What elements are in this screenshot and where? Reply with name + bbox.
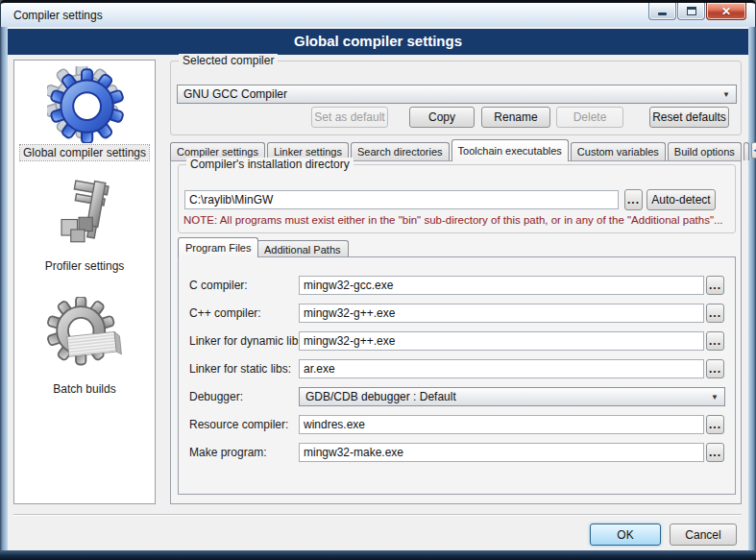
maximize-button[interactable] — [677, 3, 705, 20]
debugger-select[interactable]: GDB/CDB debugger : Default▼ — [299, 387, 725, 406]
window-border — [748, 27, 756, 560]
titlebar[interactable]: Compiler settings ✕ — [0, 0, 756, 27]
copy-button[interactable]: Copy — [409, 107, 475, 128]
field-label: C++ compiler: — [189, 306, 261, 320]
install-dir-input[interactable] — [184, 190, 619, 209]
arrow-left-icon: ◄ — [752, 146, 756, 155]
gear-blue-icon[interactable] — [47, 66, 124, 147]
dynamic-linker-input[interactable] — [299, 331, 704, 351]
rename-button[interactable]: Rename — [481, 107, 550, 128]
sidebar-item-profiler-settings[interactable]: Profiler settings — [14, 258, 155, 274]
resource-compiler-browse-button[interactable]: ... — [706, 415, 724, 434]
caliper-icon[interactable] — [50, 178, 122, 254]
sidebar: Global compiler settings P — [13, 60, 156, 504]
subtab-additional-paths[interactable]: Additional Paths — [256, 240, 349, 257]
c-compiler-browse-button[interactable]: ... — [706, 276, 724, 295]
group-label: Selected compiler — [179, 54, 278, 67]
bin-note-text: NOTE: All programs must exist either in … — [183, 214, 723, 226]
chevron-down-icon: ▼ — [722, 90, 730, 99]
ok-button[interactable]: OK — [590, 523, 661, 546]
field-label: C compiler: — [189, 279, 248, 292]
tab-toolchain-executables[interactable]: Toolchain executables — [451, 139, 569, 161]
sidebar-item-global-compiler-settings[interactable]: Global compiler settings — [14, 145, 155, 160]
page-title: Global compiler settings — [8, 29, 748, 55]
c-compiler-input[interactable] — [299, 276, 704, 295]
sidebar-item-batch-builds[interactable]: Batch builds — [14, 381, 155, 397]
static-linker-input[interactable] — [299, 359, 704, 378]
close-icon: ✕ — [721, 5, 731, 18]
install-dir-browse-button[interactable]: ... — [624, 189, 643, 210]
tab-search-directories[interactable]: Search directories — [351, 142, 450, 160]
reset-defaults-button[interactable]: Reset defaults — [649, 107, 729, 128]
compiler-settings-window: Compiler settings ✕ Global compiler sett… — [0, 0, 756, 560]
make-program-browse-button[interactable]: ... — [706, 443, 724, 462]
tab-overflow[interactable] — [744, 142, 749, 160]
cancel-button[interactable]: Cancel — [670, 523, 737, 546]
gear-papers-icon[interactable] — [47, 297, 124, 377]
window-controls: ✕ — [647, 3, 746, 20]
footer-divider — [13, 514, 742, 516]
set-as-default-button: Set as default — [311, 107, 388, 128]
group-label: Compiler's installation directory — [186, 158, 354, 171]
dynamic-linker-browse-button[interactable]: ... — [706, 331, 724, 351]
window-title: Compiler settings — [13, 9, 103, 22]
field-label: Debugger: — [189, 390, 243, 403]
window-border — [0, 550, 756, 560]
dialog-body: Global compiler settings Global compiler… — [8, 27, 748, 550]
auto-detect-button[interactable]: Auto-detect — [646, 189, 716, 210]
selected-compiler-group: Selected compiler GNU GCC Compiler▼ Set … — [170, 61, 742, 135]
minimize-icon — [658, 12, 667, 15]
field-label: Linker for dynamic libs: — [189, 334, 307, 348]
field-label: Make program: — [189, 446, 267, 459]
tab-scroll-left-button[interactable]: ◄ — [751, 142, 756, 158]
window-border — [0, 27, 8, 560]
cpp-compiler-browse-button[interactable]: ... — [706, 304, 724, 323]
maximize-icon — [687, 7, 696, 15]
cpp-compiler-input[interactable] — [299, 304, 704, 323]
field-label: Linker for static libs: — [189, 362, 291, 376]
make-program-input[interactable] — [299, 443, 704, 462]
field-label: Resource compiler: — [189, 418, 288, 431]
minimize-button[interactable] — [648, 3, 676, 20]
static-linker-browse-button[interactable]: ... — [706, 359, 724, 378]
tab-build-options[interactable]: Build options — [668, 142, 742, 160]
close-button[interactable]: ✕ — [706, 3, 746, 20]
delete-button: Delete — [556, 107, 623, 128]
subtab-program-files[interactable]: Program Files — [178, 237, 258, 257]
chevron-down-icon: ▼ — [711, 393, 719, 402]
resource-compiler-input[interactable] — [299, 415, 704, 434]
tab-custom-variables[interactable]: Custom variables — [571, 142, 666, 160]
compiler-select[interactable]: GNU GCC Compiler▼ — [177, 85, 737, 104]
